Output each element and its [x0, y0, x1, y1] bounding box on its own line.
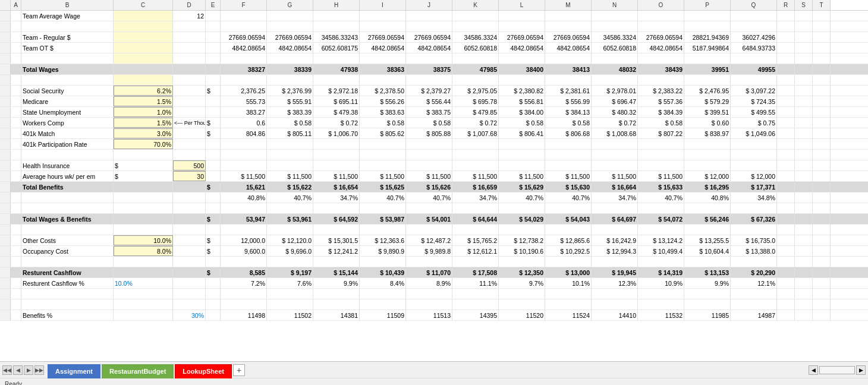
table-row: Social Security 6.2% $ 2,376.25 $ 2,376.…	[0, 86, 868, 96]
table-row	[0, 225, 868, 235]
tab-bar: ◀◀ ◀ ▶ ▶▶ Assignment RestaurantBudget Lo…	[0, 361, 868, 378]
table-row: State Unemployment 1.0% 383.27 $ 383.39 …	[0, 107, 868, 118]
table-row: Resturent Cashflow % 10.0% 7.2% 7.6% 9.9…	[0, 278, 868, 289]
total-wages-row: Total Wages 38327 38339 47938 38363 3837…	[0, 64, 868, 75]
tab-nav-last[interactable]: ▶▶	[34, 365, 44, 375]
table-row: Medicare 1.5% 555.73 $ 555.91 $ 695.11 $…	[0, 96, 868, 107]
status-text: Ready	[5, 381, 22, 385]
table-row	[0, 203, 868, 214]
cell-T1	[813, 11, 831, 21]
table-row: Team OT $ 4842.08654 4842.08654 6052.608…	[0, 43, 868, 53]
col-header-H: H	[313, 0, 360, 10]
tab-nav-next[interactable]: ▶	[24, 365, 33, 375]
table-row: Team - Regular $ 27669.06594 27669.06594…	[0, 32, 868, 43]
row-num	[0, 43, 11, 53]
col-header-I: I	[360, 0, 406, 10]
cell-I1	[360, 11, 406, 21]
tab-nav-first[interactable]: ◀◀	[2, 365, 12, 375]
col-header-O: O	[638, 0, 684, 10]
table-row	[0, 257, 868, 267]
add-tab-button[interactable]: +	[233, 364, 245, 376]
table-row	[0, 150, 868, 160]
spreadsheet: A B C D E F G H I J K L M N O P Q R S T …	[0, 0, 868, 361]
tab-lookupsheet[interactable]: LookupSheet	[175, 364, 232, 378]
cell-P1	[684, 11, 731, 21]
cell-B1: Team Average Wage	[21, 11, 114, 21]
cell-L1	[499, 11, 545, 21]
table-row: 401k Match 3.0% $ 804.86 $ 805.11 $ 1,00…	[0, 128, 868, 139]
col-header-E: E	[206, 0, 221, 10]
cell-R1	[777, 11, 795, 21]
cell-M1	[545, 11, 592, 21]
table-row: Benefits % 30% 11498 11502 14381 11509 1…	[0, 310, 868, 321]
col-header-B: B	[21, 0, 114, 10]
col-header-R: R	[777, 0, 795, 10]
tab-restaurantbudget[interactable]: RestaurantBudget	[102, 364, 174, 378]
table-row: Health Insurance $ 500	[0, 160, 868, 171]
column-header-row: A B C D E F G H I J K L M N O P Q R S T	[0, 0, 868, 11]
row-num	[0, 11, 11, 21]
row-num	[0, 21, 11, 31]
table-row: Workers Comp 1.5% <--- Per Thousa $ 0.6 …	[0, 118, 868, 128]
table-row: Occupancy Cost 8.0% $ 9,600.0 $ 9,696.0 …	[0, 246, 868, 257]
table-row: 40.8% 40.7% 34.7% 40.7% 40.7% 34.7% 40.7…	[0, 192, 868, 203]
col-header-C: C	[114, 0, 173, 10]
tab-assignment[interactable]: Assignment	[48, 364, 100, 378]
cell-F1	[221, 11, 267, 21]
total-wages-benefits-row: Total Wages & Benefits $ 53,947 $ 53,961…	[0, 214, 868, 225]
col-header-S: S	[795, 0, 813, 10]
cell-H1	[313, 11, 360, 21]
restaurant-cashflow-row: Resturent Cashflow $ 8,585 $ 9,197 $ 15,…	[0, 267, 868, 278]
table-row: Team Average Wage 12	[0, 11, 868, 21]
cell-K1	[452, 11, 499, 21]
col-header-M: M	[545, 0, 592, 10]
row-num	[0, 32, 11, 42]
col-header-K: K	[452, 0, 499, 10]
table-row	[0, 299, 868, 310]
col-header-L: L	[499, 0, 545, 10]
tab-nav-prev[interactable]: ◀	[13, 365, 23, 375]
total-benefits-row: Total Benefits $ 15,621 $ 15,622 $ 16,65…	[0, 182, 868, 192]
cell-A1	[11, 11, 21, 21]
cell-C1	[114, 11, 173, 21]
col-header-J: J	[406, 0, 452, 10]
table-row: 401k Participation Rate 70.0%	[0, 139, 868, 150]
table-row	[0, 21, 868, 32]
col-header-rownum	[0, 0, 11, 10]
col-header-G: G	[267, 0, 313, 10]
hscroll-bar[interactable]	[819, 366, 855, 374]
col-header-T: T	[813, 0, 831, 10]
cell-O1	[638, 11, 684, 21]
cell-N1	[592, 11, 638, 21]
col-header-P: P	[684, 0, 731, 10]
table-row: Other Costs 10.0% $ 12,000.0 $ 12,120.0 …	[0, 235, 868, 246]
col-header-F: F	[221, 0, 267, 10]
cell-E1	[206, 11, 221, 21]
cell-J1	[406, 11, 452, 21]
cell-G1	[267, 11, 313, 21]
hscroll-left[interactable]: ◀	[809, 365, 818, 375]
cell-S1	[795, 11, 813, 21]
table-row: Average hours wk/ per em $ 30 $ 11,500 $…	[0, 171, 868, 182]
data-area: Team Average Wage 12	[0, 11, 868, 321]
hscroll-right[interactable]: ▶	[856, 365, 866, 375]
col-header-Q: Q	[731, 0, 777, 10]
table-row	[0, 75, 868, 86]
table-row	[0, 53, 868, 64]
col-header-D: D	[173, 0, 206, 10]
status-bar: Ready	[0, 378, 868, 385]
col-header-A: A	[11, 0, 21, 10]
cell-Q1	[731, 11, 777, 21]
cell-D1: 12	[173, 11, 206, 21]
table-row	[0, 289, 868, 299]
tab-right-controls: ◀ ▶	[809, 365, 866, 375]
tab-nav: ◀◀ ◀ ▶ ▶▶	[2, 365, 44, 375]
col-header-N: N	[592, 0, 638, 10]
